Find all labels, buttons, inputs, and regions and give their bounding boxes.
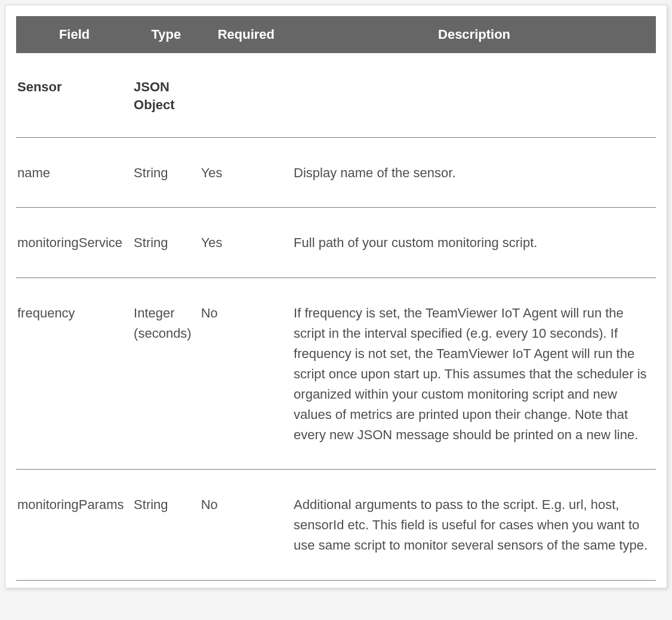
cell-description: Full path of your custom monitoring scri… [292, 208, 656, 277]
header-description: Description [292, 16, 656, 53]
table-row: Sensor JSON Object [16, 53, 656, 138]
cell-required: Yes [200, 138, 292, 208]
cell-type: String [132, 208, 200, 277]
cell-required: Yes [200, 208, 292, 277]
table-row: monitoringService String Yes Full path o… [16, 208, 656, 277]
cell-field: name [16, 138, 132, 208]
cell-description: If frequency is set, the TeamViewer IoT … [292, 277, 656, 470]
cell-required: No [200, 470, 292, 580]
cell-field: monitoringService [16, 208, 132, 277]
cell-type: Integer (seconds) [132, 277, 200, 470]
header-field: Field [16, 16, 132, 53]
cell-required [200, 53, 292, 138]
cell-type: String [132, 138, 200, 208]
cell-field: monitoringParams [16, 470, 132, 580]
table-body: Sensor JSON Object name String Yes Displ… [16, 53, 656, 580]
cell-field: Sensor [16, 53, 132, 138]
cell-type: JSON Object [132, 53, 200, 138]
table-header: Field Type Required Description [16, 16, 656, 53]
cell-description: Additional arguments to pass to the scri… [292, 470, 656, 580]
table-row: monitoringParams String No Additional ar… [16, 470, 656, 580]
cell-required: No [200, 277, 292, 470]
header-required: Required [200, 16, 292, 53]
header-type: Type [132, 16, 200, 53]
api-table-card: Field Type Required Description Sensor J… [5, 5, 667, 588]
table-row: frequency Integer (seconds) No If freque… [16, 277, 656, 470]
cell-description [292, 53, 656, 138]
cell-type: String [132, 470, 200, 580]
cell-field: frequency [16, 277, 132, 470]
field-table: Field Type Required Description Sensor J… [16, 16, 656, 581]
table-row: name String Yes Display name of the sens… [16, 138, 656, 208]
cell-description: Display name of the sensor. [292, 138, 656, 208]
